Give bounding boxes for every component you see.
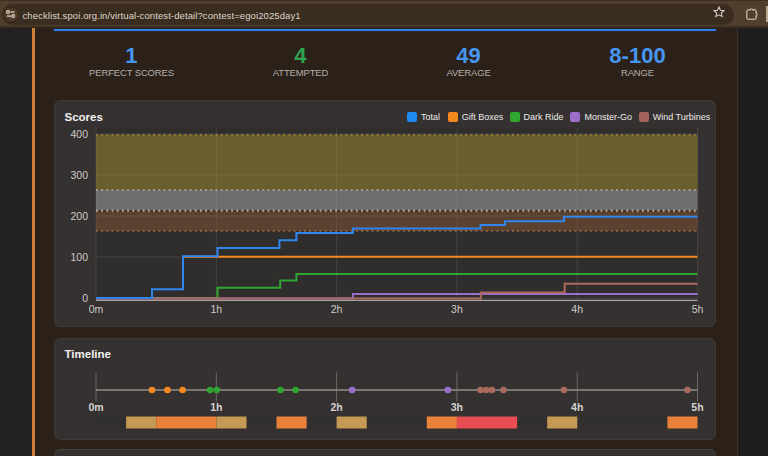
svg-text:4h: 4h — [571, 401, 583, 413]
svg-text:2h: 2h — [331, 303, 343, 315]
svg-text:1h: 1h — [210, 401, 222, 413]
svg-text:1h: 1h — [210, 303, 222, 315]
svg-text:4h: 4h — [571, 303, 583, 315]
svg-text:5h: 5h — [692, 303, 704, 315]
svg-text:300: 300 — [70, 169, 88, 181]
svg-text:100: 100 — [70, 251, 88, 263]
svg-text:200: 200 — [70, 210, 88, 222]
svg-text:3h: 3h — [451, 303, 463, 315]
svg-text:3h: 3h — [451, 401, 463, 413]
svg-text:0m: 0m — [89, 303, 104, 315]
svg-text:2h: 2h — [330, 401, 342, 413]
svg-text:0: 0 — [82, 292, 88, 304]
svg-text:5h: 5h — [691, 401, 703, 413]
svg-text:0m: 0m — [88, 401, 103, 413]
svg-text:400: 400 — [70, 128, 88, 140]
